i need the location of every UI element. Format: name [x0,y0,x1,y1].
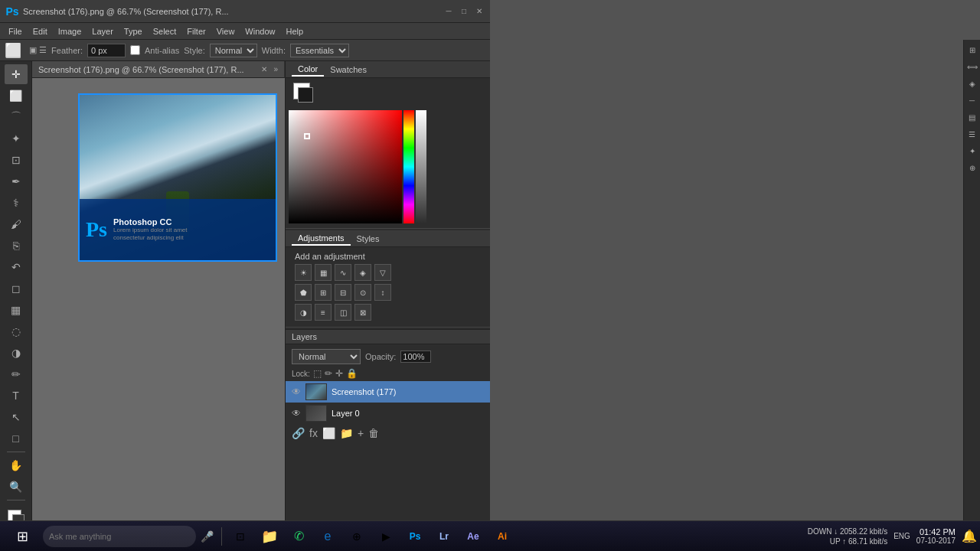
threshold-icon[interactable]: ◫ [335,304,351,321]
antialias-checkbox[interactable] [130,45,140,55]
photo-filter-icon[interactable]: ⊙ [354,284,371,301]
eyedropper-tool[interactable]: ✒ [5,171,28,191]
fg-bg-swatch[interactable] [292,81,315,104]
ai-panel-pathfinder[interactable]: ◈ [965,77,979,90]
gradient-map-icon[interactable]: ⊠ [354,304,371,321]
taskbar-chrome[interactable]: ⊕ [343,523,371,550]
color-balance-icon[interactable]: ⊞ [315,284,332,301]
hand-tool[interactable]: ✋ [5,455,28,475]
curves-icon[interactable]: ∿ [335,264,351,281]
dodge-tool[interactable]: ◑ [5,343,28,363]
exposure-icon[interactable]: ◈ [354,264,371,281]
color-tab[interactable]: Color [292,63,324,77]
path-selection-tool[interactable]: ↖ [5,407,28,427]
crop-tool[interactable]: ⊡ [5,150,28,170]
ai-panel-stroke[interactable]: ─ [965,93,979,107]
taskbar-search[interactable] [43,526,196,547]
styles-tab[interactable]: Styles [351,233,386,245]
ps-menu-window[interactable]: Window [240,25,280,37]
bg-swatch[interactable] [298,87,313,103]
ps-menu-help[interactable]: Help [280,25,309,37]
brightness-contrast-icon[interactable]: ☀ [295,264,312,281]
clone-stamp-tool[interactable]: ⎘ [5,236,28,256]
hue-saturation-icon[interactable]: ⬟ [295,284,312,301]
feather-input[interactable] [87,44,126,57]
new-group-icon[interactable]: 📁 [340,427,353,439]
taskbar-lr[interactable]: Lr [430,523,458,550]
eraser-tool[interactable]: ◻ [5,279,28,298]
layer-visibility-toggle[interactable]: 👁 [292,386,301,397]
taskbar-ae[interactable]: Ae [459,523,487,550]
invert-icon[interactable]: ◑ [295,304,312,321]
zoom-tool[interactable]: 🔍 [5,477,28,497]
blur-tool[interactable]: ◌ [5,321,28,341]
healing-brush-tool[interactable]: ⚕ [5,193,28,213]
history-brush-tool[interactable]: ↶ [5,257,28,277]
current-date: 07-10-2017 [916,536,956,545]
swatches-tab[interactable]: Swatches [324,64,373,76]
channel-mixer-icon[interactable]: ↕ [374,284,391,301]
ai-panel-transform[interactable]: ⊞ [965,43,979,57]
layer-visibility-toggle-2[interactable]: 👁 [292,408,301,419]
ps-menu-file[interactable]: File [3,25,28,37]
ai-panel-appearance[interactable]: ☰ [965,127,979,141]
taskbar-taskview[interactable]: ⊡ [227,523,254,550]
color-gradient-box[interactable] [289,110,402,223]
pen-tool[interactable]: ✏ [5,364,28,384]
ps-close-button[interactable]: ✕ [473,5,485,18]
opacity-input[interactable] [400,350,431,363]
lasso-tool[interactable]: ⌒ [5,107,28,127]
adjustments-tab[interactable]: Adjustments [292,232,351,246]
type-tool[interactable]: T [5,386,28,406]
taskbar-ie[interactable]: e [314,523,341,550]
opacity-bar[interactable] [416,110,426,223]
add-mask-icon[interactable]: ⬜ [322,427,335,439]
posterize-icon[interactable]: ≡ [315,304,332,321]
blend-mode-select[interactable]: Normal [292,349,361,364]
lock-transparent-icon[interactable]: ⬚ [313,368,322,379]
taskbar-ai[interactable]: Ai [488,523,516,550]
notifications-icon[interactable]: 🔔 [962,529,977,543]
vibrance-icon[interactable]: ▽ [374,264,391,281]
lock-position-icon[interactable]: ✛ [335,368,343,379]
width-select[interactable]: Essentials [290,44,349,57]
microphone-icon[interactable]: 🎤 [201,530,214,543]
link-layers-icon[interactable]: 🔗 [292,427,305,439]
levels-icon[interactable]: ▦ [315,264,332,281]
black-white-icon[interactable]: ⊟ [335,284,351,301]
color-spectrum-bar[interactable] [403,110,414,223]
taskbar-whatsapp[interactable]: ✆ [285,523,312,550]
taskbar-ps[interactable]: Ps [401,523,429,550]
ps-menu-filter[interactable]: Filter [181,25,211,37]
rectangular-marquee-tool[interactable]: ⬜ [5,86,28,106]
ps-menu-type[interactable]: Type [119,25,148,37]
taskbar-media[interactable]: ▶ [372,523,400,550]
ps-minimize-button[interactable]: ─ [443,5,455,18]
taskbar-explorer[interactable]: 📁 [256,523,283,550]
ps-menu-image[interactable]: Image [53,25,87,37]
move-tool[interactable]: ✛ [5,64,28,84]
document-tab[interactable]: Screenshot (176).png @ 66.7% (Screenshot… [32,61,285,78]
ps-menu-edit[interactable]: Edit [28,25,53,37]
style-select[interactable]: Normal [210,44,257,57]
ai-panel-symbols[interactable]: ✦ [965,144,979,158]
start-button[interactable]: ⊞ [3,524,41,549]
document-tab-close[interactable]: ✕ [261,65,267,73]
rectangle-shape-tool[interactable]: □ [5,429,28,448]
ps-menu-select[interactable]: Select [148,25,182,37]
ai-panel-gradient[interactable]: ▤ [965,110,979,124]
ps-menu-view[interactable]: View [211,25,240,37]
delete-layer-icon[interactable]: 🗑 [368,427,379,439]
add-layer-style-icon[interactable]: fx [309,427,318,439]
ai-panel-zoom[interactable]: ⊕ [965,161,979,174]
new-layer-icon[interactable]: + [358,427,364,439]
quick-select-tool[interactable]: ✦ [5,129,28,148]
ps-menu-layer[interactable]: Layer [87,25,119,37]
brush-tool[interactable]: 🖌 [5,214,28,234]
ps-maximize-button[interactable]: □ [458,5,470,18]
lock-all-icon[interactable]: 🔒 [346,368,358,379]
lock-image-icon[interactable]: ✏ [325,368,332,379]
gradient-tool[interactable]: ▦ [5,300,28,320]
ai-panel-align[interactable]: ⟺ [965,60,979,73]
panels-expand-icon[interactable]: » [273,65,278,73]
